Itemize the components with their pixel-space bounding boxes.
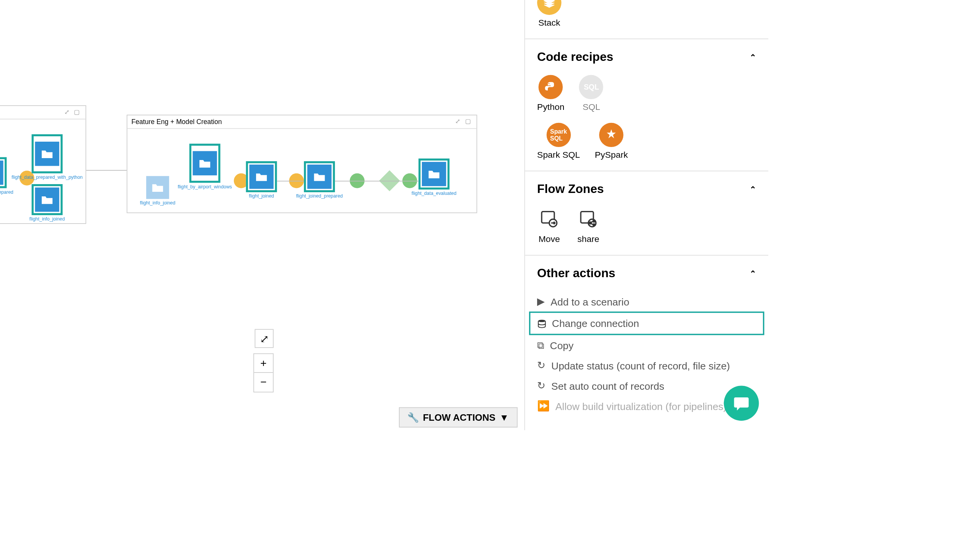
copy-action[interactable]: ⧉ Copy bbox=[536, 335, 758, 355]
dataset-node[interactable]: flight_joined bbox=[246, 161, 277, 192]
svg-line-33 bbox=[591, 221, 594, 222]
spark-sql-recipe[interactable]: SparkSQL Spark SQL bbox=[537, 123, 580, 160]
zoom-out-button[interactable]: − bbox=[254, 373, 273, 392]
share-zone-action[interactable]: share bbox=[576, 207, 600, 244]
dataset-node[interactable]: flight_input_prepared bbox=[0, 157, 7, 188]
intercom-chat-button[interactable] bbox=[724, 386, 759, 421]
zone-ingest-data-checks[interactable]: Ingest + Data Checks⤢ ▢ flight_data_inpu… bbox=[0, 105, 86, 224]
sql-icon: SQL bbox=[579, 75, 603, 99]
update-status-action[interactable]: ↻ Update status (count of record, file s… bbox=[536, 355, 758, 376]
move-zone-action[interactable]: Move bbox=[537, 207, 561, 244]
play-icon: ▶ bbox=[537, 295, 545, 307]
python-recipe[interactable]: Python bbox=[537, 75, 564, 112]
bottom-bar: 👁 View : default ▼ 🔧 FLOW ACTIONS ▼ bbox=[0, 405, 524, 430]
flow-canvas[interactable]: Ingest + Data Checks⤢ ▢ flight_data_inpu… bbox=[0, 0, 524, 405]
flow-actions-button[interactable]: 🔧 FLOW ACTIONS ▼ bbox=[399, 407, 518, 428]
dataset-node[interactable]: flight_by_airport_windows bbox=[189, 144, 220, 183]
pyspark-icon bbox=[599, 123, 623, 147]
refresh-icon: ↻ bbox=[537, 359, 546, 372]
set-auto-count-action[interactable]: ↻ Set auto count of records bbox=[536, 376, 758, 396]
code-recipes-section[interactable]: Code recipes⌃ bbox=[525, 39, 768, 75]
other-actions-section[interactable]: Other actions⌃ bbox=[525, 256, 768, 291]
zoom-controls: + − bbox=[253, 353, 274, 392]
python-icon bbox=[539, 75, 563, 99]
pyspark-recipe[interactable]: PySpark bbox=[595, 123, 628, 160]
refresh-icon: ↻ bbox=[537, 380, 546, 392]
right-panel: ✖ Clear data 🗑 Delete Visual recipes⌃ St… bbox=[524, 0, 768, 430]
zone-tools-icon[interactable]: ⤢ ▢ bbox=[64, 109, 82, 116]
fullscreen-button[interactable]: ⤢ bbox=[255, 329, 273, 348]
forward-icon: ⏩ bbox=[537, 400, 550, 412]
database-icon bbox=[537, 319, 547, 328]
copy-icon: ⧉ bbox=[537, 339, 544, 351]
sql-recipe[interactable]: SQL SQL bbox=[579, 75, 603, 112]
dataset-node[interactable]: flight_data_prepared_with_python bbox=[32, 134, 63, 173]
svg-point-35 bbox=[538, 319, 545, 322]
flow-zones-section[interactable]: Flow Zones⌃ bbox=[525, 171, 768, 207]
svg-line-34 bbox=[591, 224, 594, 224]
zone-feature-eng-model[interactable]: Feature Eng + Model Creation⤢ ▢ flight_i… bbox=[127, 115, 477, 213]
spark-sql-icon: SparkSQL bbox=[546, 123, 570, 147]
share-icon bbox=[576, 207, 600, 231]
add-to-scenario-action[interactable]: ▶ Add to a scenario bbox=[536, 291, 758, 312]
zone-tools-icon[interactable]: ⤢ ▢ bbox=[455, 118, 472, 125]
move-icon bbox=[537, 207, 561, 231]
dataset-node[interactable]: flight_data_evaluated bbox=[418, 158, 449, 190]
dataset-node[interactable]: flight_joined_prepared bbox=[304, 161, 335, 192]
wrench-icon: 🔧 bbox=[407, 412, 419, 423]
stack-recipe[interactable]: Stack bbox=[537, 0, 561, 28]
stack-icon bbox=[537, 0, 561, 15]
change-connection-action[interactable]: Change connection bbox=[529, 312, 764, 335]
dataset-node[interactable]: flight_info_joined bbox=[146, 176, 169, 199]
dataset-node[interactable]: flight_info_joined bbox=[32, 184, 63, 215]
zoom-in-button[interactable]: + bbox=[254, 354, 273, 373]
